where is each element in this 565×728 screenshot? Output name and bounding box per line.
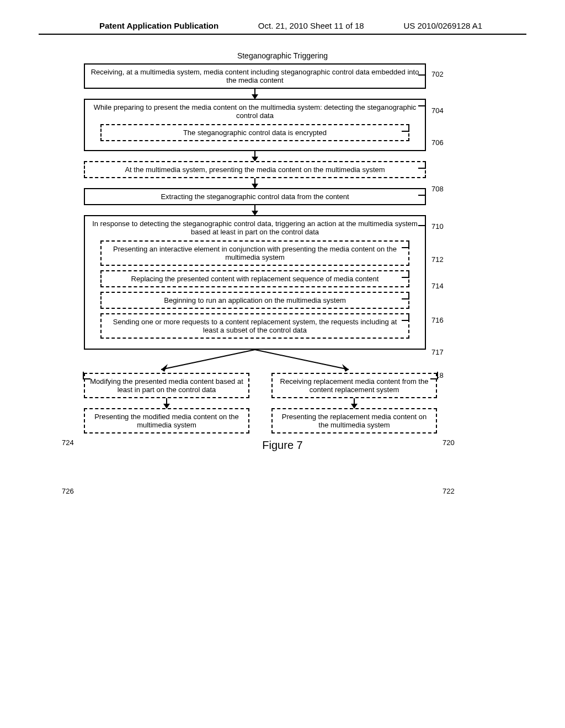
ref-714: 714 bbox=[431, 282, 444, 290]
leader-hook-icon bbox=[418, 99, 426, 106]
step-text: The steganographic control data is encry… bbox=[183, 129, 327, 137]
ref-710: 710 bbox=[431, 222, 444, 231]
ref-722: 722 bbox=[443, 487, 455, 495]
leader-hook-icon bbox=[418, 218, 426, 226]
arrow-down-icon bbox=[254, 205, 255, 215]
step-text: Beginning to run an application on the m… bbox=[164, 296, 346, 304]
ref-712: 712 bbox=[431, 255, 444, 264]
flowchart: Steganographic Triggering Receiving, at … bbox=[56, 51, 509, 452]
leader-hook-icon bbox=[402, 240, 409, 248]
arrow-down-icon bbox=[254, 178, 255, 188]
step-text: Presenting an interactive element in con… bbox=[113, 245, 397, 261]
ref-724: 724 bbox=[62, 438, 74, 447]
leader-hook-icon bbox=[402, 313, 409, 321]
ref-717: 717 bbox=[431, 348, 444, 356]
leader-hook-icon bbox=[418, 188, 426, 196]
ref-716: 716 bbox=[431, 316, 444, 324]
step-text: Sending one or more requests to a conten… bbox=[113, 318, 397, 334]
step-724: Modifying the presented media content ba… bbox=[84, 373, 249, 398]
step-text: In response to detecting the steganograp… bbox=[92, 220, 418, 236]
header-right: US 2010/0269128 A1 bbox=[403, 21, 482, 30]
step-716: Replacing the presented content with rep… bbox=[100, 270, 409, 287]
arrow-down-icon bbox=[254, 89, 255, 99]
leader-hook-icon bbox=[430, 372, 438, 379]
step-text: Extracting the steganographic control da… bbox=[161, 192, 349, 201]
step-text: While preparing to present the media con… bbox=[94, 103, 417, 120]
step-text: Presenting the modified media content on… bbox=[94, 413, 239, 429]
branch-row: Modifying the presented media content ba… bbox=[84, 373, 437, 433]
page-header: Patent Application Publication Oct. 21, … bbox=[39, 0, 526, 35]
step-706: The steganographic control data is encry… bbox=[100, 124, 409, 141]
ref-704: 704 bbox=[431, 106, 444, 115]
step-712: In response to detecting the steganograp… bbox=[84, 215, 426, 350]
leader-hook-icon bbox=[402, 270, 409, 278]
step-710: Extracting the steganographic control da… bbox=[84, 188, 426, 205]
leader-hook-icon bbox=[402, 292, 409, 299]
step-text: Presenting the replacement media content… bbox=[282, 413, 427, 429]
step-text: Modifying the presented media content ba… bbox=[90, 377, 243, 394]
diagram-title: Steganographic Triggering bbox=[56, 51, 509, 63]
leader-hook-icon bbox=[83, 372, 90, 379]
step-720: Receiving replacement media content from… bbox=[271, 373, 437, 398]
figure-caption: Figure 7 bbox=[56, 439, 509, 452]
ref-708: 708 bbox=[431, 185, 444, 193]
step-722: Presenting the replacement media content… bbox=[271, 408, 437, 433]
arrow-down-icon bbox=[254, 151, 255, 161]
step-text: Receiving, at a multimedia system, media… bbox=[91, 68, 419, 84]
arrow-down-icon bbox=[166, 398, 167, 408]
leader-hook-icon bbox=[402, 124, 409, 132]
step-714: Presenting an interactive element in con… bbox=[100, 240, 409, 266]
arrow-down-icon bbox=[354, 398, 355, 408]
step-704: While preparing to present the media con… bbox=[84, 99, 426, 151]
leader-hook-icon bbox=[418, 161, 426, 169]
step-text: Receiving replacement media content from… bbox=[280, 377, 429, 394]
step-718: Sending one or more requests to a conten… bbox=[100, 313, 409, 339]
ref-706: 706 bbox=[431, 138, 444, 147]
leader-hook-icon bbox=[418, 68, 426, 76]
branch-connector bbox=[84, 350, 426, 373]
ref-726: 726 bbox=[62, 487, 74, 495]
ref-720: 720 bbox=[443, 438, 455, 447]
step-726: Presenting the modified media content on… bbox=[84, 408, 249, 433]
step-text: Replacing the presented content with rep… bbox=[131, 275, 379, 283]
step-717: Beginning to run an application on the m… bbox=[100, 292, 409, 309]
step-text: At the multimedia system, presenting the… bbox=[125, 165, 385, 174]
svg-line-0 bbox=[161, 350, 255, 370]
header-left: Patent Application Publication bbox=[99, 21, 218, 30]
step-702: Receiving, at a multimedia system, media… bbox=[84, 63, 426, 89]
ref-702: 702 bbox=[431, 70, 444, 78]
svg-line-2 bbox=[255, 350, 349, 370]
step-708: At the multimedia system, presenting the… bbox=[84, 161, 426, 178]
header-mid: Oct. 21, 2010 Sheet 11 of 18 bbox=[258, 21, 364, 30]
